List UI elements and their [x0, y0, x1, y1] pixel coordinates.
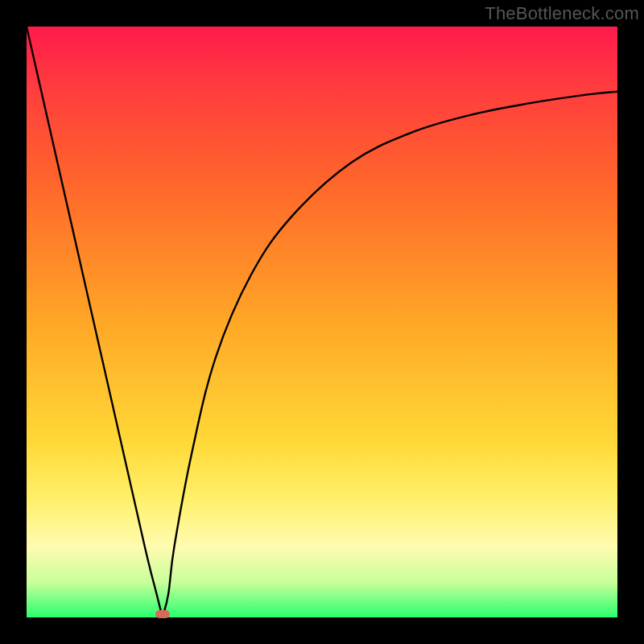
- min-point-marker: [155, 610, 170, 618]
- chart-frame: TheBottleneck.com: [0, 0, 644, 644]
- bottleneck-curve: [27, 27, 617, 617]
- watermark-text: TheBottleneck.com: [485, 3, 639, 24]
- curve-layer: [27, 27, 617, 617]
